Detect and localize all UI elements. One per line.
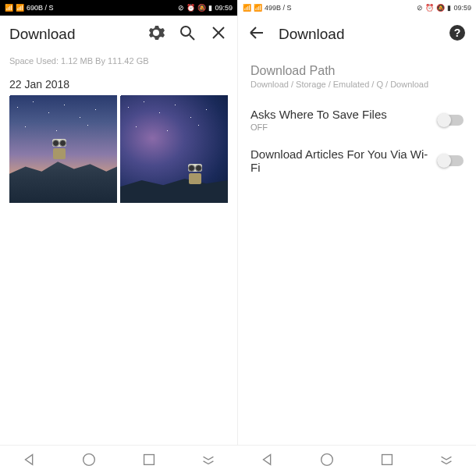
svg-rect-9 xyxy=(382,454,392,464)
arrow-left-icon xyxy=(247,23,266,45)
navigation-bar xyxy=(0,445,476,476)
triangle-left-icon xyxy=(259,451,276,471)
nav-home-button[interactable] xyxy=(318,453,336,470)
svg-text:?: ? xyxy=(454,27,461,39)
net-speed: 690B / S xyxy=(27,4,54,12)
net-speed: 499B / S xyxy=(265,4,292,12)
square-icon xyxy=(378,451,396,471)
nav-menu-button[interactable] xyxy=(200,453,217,470)
battery-icon: ▮ xyxy=(447,4,451,12)
status-bar: 📶 📶 690B / S ⊘ ⏰ 🔕 ▮ 09:59 xyxy=(0,0,237,16)
alarm-icon: ⏰ xyxy=(425,4,434,12)
thumbnail-grid xyxy=(0,95,237,203)
space-used-text: Space Used: 1.12 MB By 111.42 GB xyxy=(0,53,237,72)
wifi-icon: 📶 xyxy=(254,4,262,12)
dnd-icon: ⊘ xyxy=(417,4,423,12)
setting-label: Download Articles For You Via Wi-Fi xyxy=(250,147,437,174)
help-button[interactable]: ? xyxy=(448,25,467,44)
svg-point-0 xyxy=(181,27,190,36)
wifi-download-setting[interactable]: Download Articles For You Via Wi-Fi xyxy=(238,140,476,182)
nav-back-button[interactable] xyxy=(21,453,38,470)
circle-icon xyxy=(318,451,336,471)
status-bar: 📶 📶 499B / S ⊘ ⏰ 🔕 ▮ 09:59 xyxy=(238,0,476,16)
battery-icon: ▮ xyxy=(208,4,212,12)
nav-recent-button[interactable] xyxy=(140,453,158,470)
settings-button[interactable] xyxy=(147,25,165,44)
nav-home-button[interactable] xyxy=(80,453,98,470)
downloads-screen: 📶 📶 690B / S ⊘ ⏰ 🔕 ▮ 09:59 Download xyxy=(0,0,238,445)
page-title: Download xyxy=(9,26,134,43)
date-header: 22 Jan 2018 xyxy=(0,72,237,95)
download-path-title: Download Path xyxy=(238,53,476,80)
svg-rect-7 xyxy=(144,454,154,464)
back-button[interactable] xyxy=(247,25,266,44)
signal-icon: 📶 xyxy=(243,4,251,12)
mute-icon: 🔕 xyxy=(436,4,445,12)
search-icon xyxy=(178,23,197,45)
page-title: Download xyxy=(279,26,435,43)
download-path-value[interactable]: Download / Storage / Emulated / Q / Down… xyxy=(238,80,476,100)
setting-label: Asks Where To Save Files xyxy=(250,108,437,121)
close-button[interactable] xyxy=(209,25,228,44)
svg-point-8 xyxy=(321,453,333,465)
chevron-down-icon xyxy=(200,451,217,471)
nav-menu-button[interactable] xyxy=(438,453,455,470)
chevron-down-icon xyxy=(438,451,455,471)
ask-save-setting[interactable]: Asks Where To Save Files OFF xyxy=(238,100,476,140)
dnd-icon: ⊘ xyxy=(178,4,184,12)
download-settings-screen: 📶 📶 499B / S ⊘ ⏰ 🔕 ▮ 09:59 Download ? Do… xyxy=(238,0,476,445)
mute-icon: 🔕 xyxy=(197,4,206,12)
triangle-left-icon xyxy=(21,451,38,471)
wifi-toggle[interactable] xyxy=(437,155,464,166)
app-bar: Download xyxy=(0,16,237,53)
ask-save-toggle[interactable] xyxy=(437,115,464,126)
close-icon xyxy=(209,23,228,45)
square-icon xyxy=(140,451,158,471)
svg-point-6 xyxy=(83,453,95,465)
nav-recent-button[interactable] xyxy=(378,453,396,470)
thumbnail-item[interactable] xyxy=(9,95,117,203)
gear-icon xyxy=(147,23,165,45)
thumbnail-item[interactable] xyxy=(120,95,228,203)
app-bar: Download ? xyxy=(238,16,476,53)
alarm-icon: ⏰ xyxy=(186,4,195,12)
clock: 09:59 xyxy=(453,4,471,12)
setting-sub: OFF xyxy=(250,123,437,132)
clock: 09:59 xyxy=(215,4,233,12)
circle-icon xyxy=(80,451,98,471)
search-button[interactable] xyxy=(178,25,197,44)
nav-back-button[interactable] xyxy=(259,453,276,470)
signal-icon: 📶 xyxy=(5,4,13,12)
svg-line-1 xyxy=(190,35,194,40)
wifi-icon: 📶 xyxy=(16,4,24,12)
help-icon: ? xyxy=(448,23,467,45)
